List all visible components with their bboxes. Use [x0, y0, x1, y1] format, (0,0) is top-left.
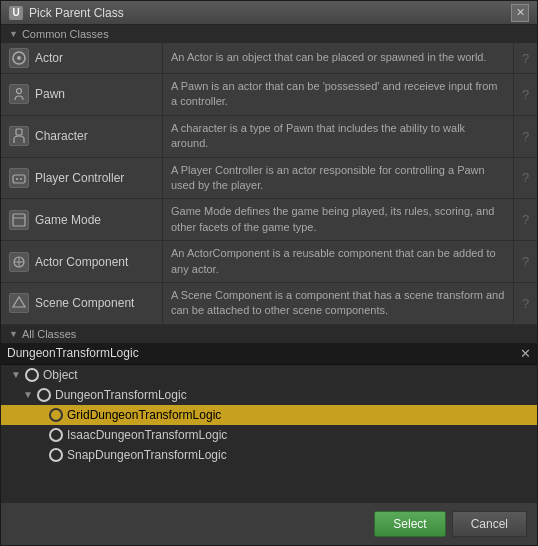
cancel-button[interactable]: Cancel — [452, 511, 527, 537]
class-item-actor-component[interactable]: Actor Component An ActorComponent is a r… — [1, 241, 537, 283]
actor-name: Actor — [35, 51, 63, 65]
actor-component-name: Actor Component — [35, 255, 128, 269]
svg-marker-13 — [13, 297, 25, 307]
svg-point-7 — [20, 178, 22, 180]
common-classes-list: Actor An Actor is an object that can be … — [1, 43, 537, 325]
class-item-actor[interactable]: Actor An Actor is an object that can be … — [1, 43, 537, 74]
scene-component-icon — [9, 293, 29, 313]
actor-desc: An Actor is an object that can be placed… — [163, 43, 513, 73]
character-help-icon[interactable]: ? — [513, 116, 537, 157]
all-classes-triangle: ▼ — [9, 329, 18, 339]
footer-bar: Select Cancel — [1, 502, 537, 545]
class-item-pawn-left: Pawn — [1, 74, 163, 115]
actor-help-icon[interactable]: ? — [513, 43, 537, 73]
tree-circle-object — [25, 368, 39, 382]
player-controller-icon — [9, 168, 29, 188]
class-item-ac-left: Actor Component — [1, 241, 163, 282]
tree-circle-dtl — [37, 388, 51, 402]
search-input[interactable] — [7, 346, 516, 360]
scene-component-desc: A Scene Component is a component that ha… — [163, 283, 513, 324]
actor-component-desc: An ActorComponent is a reusable componen… — [163, 241, 513, 282]
actor-icon — [9, 48, 29, 68]
all-classes-section: ✕ ▼ Object ▼ DungeonTransformLogic — [1, 343, 537, 502]
svg-rect-3 — [16, 129, 22, 135]
tree-container[interactable]: ▼ Object ▼ DungeonTransformLogic GridDun… — [1, 365, 537, 502]
tree-item-object[interactable]: ▼ Object — [1, 365, 537, 385]
character-desc: A character is a type of Pawn that inclu… — [163, 116, 513, 157]
pawn-name: Pawn — [35, 87, 65, 101]
common-classes-label: Common Classes — [22, 28, 109, 40]
common-classes-triangle: ▼ — [9, 29, 18, 39]
actor-component-icon — [9, 252, 29, 272]
pick-parent-class-window: U Pick Parent Class ✕ ▼ Common Classes A… — [0, 0, 538, 546]
svg-point-1 — [17, 56, 21, 60]
scene-component-name: Scene Component — [35, 296, 134, 310]
class-item-scene-component[interactable]: Scene Component A Scene Component is a c… — [1, 283, 537, 325]
tree-circle-snap-dtl — [49, 448, 63, 462]
tree-item-dungeon-transform-logic[interactable]: ▼ DungeonTransformLogic — [1, 385, 537, 405]
all-classes-header: ▼ All Classes — [1, 325, 537, 343]
tree-circle-isaac-dtl — [49, 428, 63, 442]
tree-label-object: Object — [43, 368, 78, 382]
window-icon: U — [9, 6, 23, 20]
pawn-help-icon[interactable]: ? — [513, 74, 537, 115]
common-classes-header: ▼ Common Classes — [1, 25, 537, 43]
tree-item-isaac-dtl[interactable]: IsaacDungeonTransformLogic — [1, 425, 537, 445]
tree-arrow-object: ▼ — [11, 369, 21, 380]
class-item-character-left: Character — [1, 116, 163, 157]
class-item-actor-left: Actor — [1, 43, 163, 73]
tree-circle-grid-dtl — [49, 408, 63, 422]
player-controller-desc: A Player Controller is an actor responsi… — [163, 158, 513, 199]
pc-help-icon[interactable]: ? — [513, 158, 537, 199]
tree-label-isaac-dtl: IsaacDungeonTransformLogic — [67, 428, 227, 442]
tree-item-snap-dtl[interactable]: SnapDungeonTransformLogic — [1, 445, 537, 465]
close-button[interactable]: ✕ — [511, 4, 529, 22]
pawn-desc: A Pawn is an actor that can be 'possesse… — [163, 74, 513, 115]
game-mode-desc: Game Mode defines the game being played,… — [163, 199, 513, 240]
tree-label-grid-dtl: GridDungeonTransformLogic — [67, 408, 221, 422]
class-item-pawn[interactable]: Pawn A Pawn is an actor that can be 'pos… — [1, 74, 537, 116]
character-name: Character — [35, 129, 88, 143]
class-item-game-mode[interactable]: Game Mode Game Mode defines the game bei… — [1, 199, 537, 241]
game-mode-icon — [9, 210, 29, 230]
class-item-sc-left: Scene Component — [1, 283, 163, 324]
ac-help-icon[interactable]: ? — [513, 241, 537, 282]
svg-point-2 — [17, 89, 22, 94]
all-classes-label: All Classes — [22, 328, 76, 340]
window-title: Pick Parent Class — [29, 6, 124, 20]
gm-help-icon[interactable]: ? — [513, 199, 537, 240]
sc-help-icon[interactable]: ? — [513, 283, 537, 324]
tree-label-dtl: DungeonTransformLogic — [55, 388, 187, 402]
pawn-icon — [9, 84, 29, 104]
player-controller-name: Player Controller — [35, 171, 124, 185]
title-bar: U Pick Parent Class ✕ — [1, 1, 537, 25]
clear-search-button[interactable]: ✕ — [520, 346, 531, 361]
tree-label-snap-dtl: SnapDungeonTransformLogic — [67, 448, 227, 462]
svg-rect-4 — [13, 175, 25, 183]
class-item-player-controller[interactable]: Player Controller A Player Controller is… — [1, 158, 537, 200]
class-item-gm-left: Game Mode — [1, 199, 163, 240]
search-bar: ✕ — [1, 343, 537, 365]
tree-item-grid-dtl[interactable]: GridDungeonTransformLogic — [1, 405, 537, 425]
svg-rect-8 — [13, 214, 25, 226]
tree-arrow-dtl: ▼ — [23, 389, 33, 400]
title-bar-left: U Pick Parent Class — [9, 6, 124, 20]
class-item-character[interactable]: Character A character is a type of Pawn … — [1, 116, 537, 158]
character-icon — [9, 126, 29, 146]
select-button[interactable]: Select — [374, 511, 445, 537]
game-mode-name: Game Mode — [35, 213, 101, 227]
class-item-pc-left: Player Controller — [1, 158, 163, 199]
